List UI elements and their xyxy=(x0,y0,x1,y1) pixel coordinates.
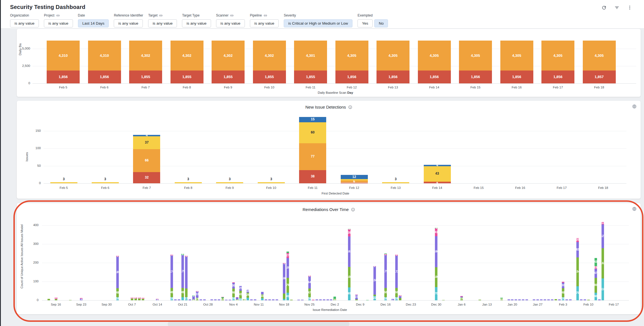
bar-segment[interactable]: 1,856 xyxy=(335,71,368,83)
bar-segment[interactable] xyxy=(341,183,368,183)
bar-segment[interactable] xyxy=(254,299,256,300)
bar-segment[interactable] xyxy=(508,299,510,300)
bar-segment[interactable]: 5 xyxy=(384,254,387,255)
bar-segment[interactable]: 27 xyxy=(287,253,289,258)
bar-segment[interactable]: 22 xyxy=(261,294,264,299)
bar-segment[interactable]: 150 xyxy=(373,266,376,295)
refresh-icon[interactable] xyxy=(602,5,607,10)
bar-segment[interactable]: 23 xyxy=(355,295,358,299)
bar-segment[interactable] xyxy=(544,299,546,300)
bar-segment[interactable] xyxy=(236,297,238,299)
bar-segment[interactable]: 1,855 xyxy=(253,71,286,83)
bar-segment[interactable] xyxy=(203,299,206,300)
bar-segment[interactable]: 32 xyxy=(133,172,160,183)
bar-segment[interactable] xyxy=(536,299,539,300)
bar-segment[interactable]: 26 xyxy=(247,293,249,297)
bar-segment[interactable]: 1,855 xyxy=(212,71,245,83)
bar-segment[interactable]: 4,305 xyxy=(459,41,492,71)
bar-segment[interactable]: 4 xyxy=(308,276,311,276)
bar-segment[interactable] xyxy=(525,299,528,300)
info-icon[interactable] xyxy=(348,105,352,109)
bar-segment[interactable]: 4 xyxy=(133,135,160,136)
bar-segment[interactable] xyxy=(562,282,564,283)
bar-segment[interactable] xyxy=(373,295,376,296)
bar-segment[interactable]: 47 xyxy=(595,269,597,278)
bar-segment[interactable] xyxy=(319,299,322,300)
bar-segment[interactable] xyxy=(366,300,369,300)
bar-segment[interactable] xyxy=(555,299,557,300)
bar-segment[interactable] xyxy=(330,299,332,300)
bar-segment[interactable]: 4 xyxy=(435,228,437,229)
bar-segment[interactable]: 13 xyxy=(602,222,604,224)
bar-segment[interactable]: 105 xyxy=(287,258,289,278)
bar-segment[interactable]: 4,305 xyxy=(500,41,533,71)
bar-segment[interactable]: 4 xyxy=(424,165,451,166)
bar-segment[interactable]: 43 xyxy=(424,166,451,181)
bar-segment[interactable]: 60 xyxy=(299,122,326,143)
bar-segment[interactable]: 6 xyxy=(131,297,133,299)
bar-segment[interactable] xyxy=(181,297,184,300)
bar-segment[interactable] xyxy=(540,299,543,300)
bar-segment[interactable]: 20 xyxy=(576,238,579,242)
bar-segment[interactable] xyxy=(261,292,264,294)
bar-segment[interactable]: 4,305 xyxy=(418,41,451,71)
bar-segment[interactable]: 30 xyxy=(232,283,235,289)
bar-segment[interactable]: 4,305 xyxy=(377,41,409,71)
bar-segment[interactable]: 49 xyxy=(171,288,173,297)
bar-segment[interactable] xyxy=(515,299,517,300)
bar-segment[interactable]: 14 xyxy=(196,298,198,300)
bar-segment[interactable]: 4,302 xyxy=(171,41,203,71)
bar-segment[interactable]: 1,855 xyxy=(294,71,327,83)
bar-segment[interactable] xyxy=(225,300,228,300)
bar-segment[interactable] xyxy=(551,299,553,300)
bar-segment[interactable] xyxy=(80,298,82,299)
bar-segment[interactable] xyxy=(221,297,224,297)
bar-segment[interactable]: 5 xyxy=(116,256,119,257)
filter-value-scanner[interactable]: is any value xyxy=(216,19,245,27)
bar-segment[interactable] xyxy=(265,299,267,300)
bar-segment[interactable] xyxy=(261,298,264,300)
bar-segment[interactable]: 82 xyxy=(576,242,579,257)
bar-segment[interactable] xyxy=(131,299,133,300)
filter-value-organization[interactable]: is any value xyxy=(10,19,39,27)
bar-segment[interactable]: 4 xyxy=(192,299,195,300)
bar-segment[interactable] xyxy=(185,257,188,289)
bar-segment[interactable] xyxy=(565,299,568,300)
bar-segment[interactable] xyxy=(316,299,318,300)
bar-segment[interactable]: 70 xyxy=(435,287,437,300)
bar-segment[interactable] xyxy=(134,299,137,300)
bar-segment[interactable]: 16 xyxy=(247,290,249,293)
bar-segment[interactable]: 3 xyxy=(192,295,195,296)
bar-segment[interactable]: 4,310 xyxy=(88,41,121,71)
bar-segment[interactable]: 1,856 xyxy=(88,71,121,83)
globe-icon[interactable] xyxy=(632,104,637,109)
bar-segment[interactable] xyxy=(218,299,220,300)
bar-segment[interactable]: 43 xyxy=(595,258,597,266)
bar-segment[interactable] xyxy=(442,300,445,300)
bar-segment[interactable] xyxy=(156,299,158,299)
bar-segment[interactable] xyxy=(272,299,274,300)
bar-segment[interactable] xyxy=(558,299,561,300)
bar-segment[interactable]: 174 xyxy=(171,255,173,288)
bar-segment[interactable]: 15 xyxy=(299,117,326,122)
bar-segment[interactable] xyxy=(200,299,202,300)
bar-segment[interactable] xyxy=(236,297,238,297)
bar-segment[interactable]: 41 xyxy=(435,228,437,236)
bar-segment[interactable] xyxy=(247,298,249,300)
bar-segment[interactable]: 1,857 xyxy=(583,71,616,83)
bar-segment[interactable]: 1,856 xyxy=(47,71,80,83)
bar-segment[interactable]: 175 xyxy=(181,255,184,288)
bar-segment[interactable]: 41 xyxy=(287,293,289,300)
bar-segment[interactable]: 5 xyxy=(185,256,188,257)
bar-segment[interactable]: 4,310 xyxy=(47,41,80,71)
bar-segment[interactable]: 4 xyxy=(424,182,451,183)
filter-value-severity[interactable]: is Critical or High or Medium or Low xyxy=(284,19,352,27)
bar-segment[interactable]: 106 xyxy=(435,267,437,287)
bar-segment[interactable]: 169 xyxy=(116,257,119,288)
bar-segment[interactable]: 50 xyxy=(384,288,387,297)
bar-segment[interactable]: 3 xyxy=(175,182,202,183)
bar-segment[interactable] xyxy=(384,254,387,254)
bar-segment[interactable]: 15 xyxy=(595,266,597,269)
bar-segment[interactable] xyxy=(290,300,293,300)
filter-value-target-type[interactable]: is any value xyxy=(182,19,211,27)
